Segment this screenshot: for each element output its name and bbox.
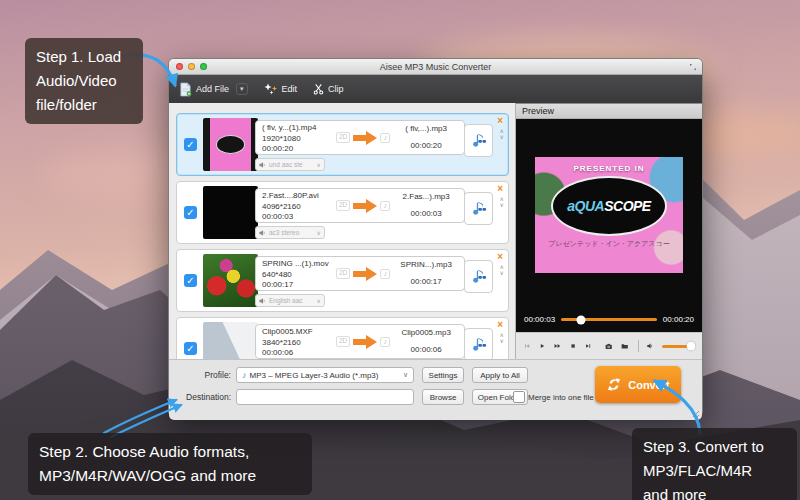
settings-button[interactable]: Settings [422, 367, 464, 383]
reorder-buttons[interactable]: ∧ ∨ [500, 196, 504, 208]
audio-track-select[interactable]: ac3 stereo ∨ [255, 226, 325, 239]
current-time: 00:00:03 [524, 315, 555, 324]
stop-button[interactable] [570, 341, 576, 351]
convert-button[interactable]: Convert [595, 366, 681, 403]
play-button[interactable] [539, 341, 545, 351]
apply-to-all-button[interactable]: Apply to All [472, 367, 528, 383]
edit-button[interactable]: Edit [264, 83, 298, 95]
output-duration: 00:00:06 [390, 345, 462, 354]
music-3d-icon [470, 132, 487, 149]
add-file-button[interactable]: Add File ▾ [179, 82, 248, 97]
effect-button[interactable] [464, 124, 493, 157]
snapshot-camera-button[interactable] [605, 341, 612, 352]
source-resolution: 1920*1080 [262, 134, 336, 145]
file-row[interactable]: ✓ SPRING ...(1).mov 640*480 00:00:17 2D … [176, 249, 509, 312]
playback-progress: 00:00:03 00:00:20 [524, 315, 694, 324]
source-duration: 00:00:17 [262, 280, 336, 291]
speaker-icon [259, 297, 267, 305]
video-frame: PRESENTED IN aQUASCOPE プレゼンテッド・イン・アクアスコー [535, 157, 683, 273]
seek-bar[interactable] [561, 318, 657, 321]
reorder-buttons[interactable]: ∧ ∨ [500, 128, 504, 140]
step3-line: MP3/FLAC/M4R [643, 459, 786, 483]
file-info: SPRING ...(1).mov 640*480 00:00:17 2D ♪ … [255, 256, 465, 291]
volume-knob[interactable] [687, 342, 696, 351]
effect-button[interactable] [464, 328, 493, 359]
remove-file-button[interactable]: × [497, 320, 503, 330]
music-3d-icon [470, 336, 487, 353]
output-filename: Clip0005.mp3 [390, 328, 462, 337]
remove-file-button[interactable]: × [497, 252, 503, 262]
previous-button[interactable] [524, 341, 530, 351]
remove-file-button[interactable]: × [497, 116, 503, 126]
file-checkbox[interactable]: ✓ [184, 138, 197, 151]
logo-text-scope: SCOPE [604, 198, 651, 214]
effect-button[interactable] [464, 260, 493, 293]
volume-slider[interactable] [662, 345, 694, 348]
scissors-icon [313, 83, 324, 95]
file-checkbox[interactable]: ✓ [184, 274, 197, 287]
window-resize-grip[interactable] [690, 408, 699, 417]
music-note-badge: ♪ [380, 133, 390, 143]
preview-panel: Preview PRESENTED IN aQUASCOPE プレゼンテッド・イ… [516, 103, 702, 359]
move-down-icon[interactable]: ∨ [500, 134, 504, 140]
move-down-icon[interactable]: ∨ [500, 270, 504, 276]
file-row[interactable]: ✓ ( flv, y...(1).mp4 1920*1080 00:00:20 … [176, 113, 509, 176]
file-row[interactable]: ✓ 2.Fast....80P.avi 4096*2160 00:00:03 2… [176, 181, 509, 244]
audio-track-label: ac3 stereo [269, 229, 299, 236]
seek-knob[interactable] [577, 315, 586, 324]
video-preview[interactable]: PRESENTED IN aQUASCOPE プレゼンテッド・イン・アクアスコー… [516, 119, 702, 332]
merge-label: Merge into one file [528, 393, 594, 402]
convert-arrow-icon [353, 335, 377, 349]
move-down-icon[interactable]: ∨ [500, 202, 504, 208]
source-duration: 00:00:03 [262, 212, 336, 223]
speaker-icon [259, 229, 267, 237]
move-down-icon[interactable]: ∨ [500, 338, 504, 344]
merge-option[interactable]: Merge into one file [513, 391, 594, 403]
toolbar: Add File ▾ Edit Clip [169, 75, 702, 103]
speaker-icon [259, 161, 267, 169]
resize-icon[interactable] [689, 63, 697, 71]
file-checkbox[interactable]: ✓ [184, 206, 197, 219]
add-file-label: Add File [196, 84, 229, 94]
merge-checkbox[interactable] [513, 391, 525, 403]
window-title: Aisee MP3 Music Converter [169, 62, 702, 72]
browse-button[interactable]: Browse [422, 389, 464, 405]
add-file-dropdown-button[interactable]: ▾ [236, 83, 248, 95]
2d-badge: 2D [336, 268, 350, 279]
profile-value: MP3 – MPEG Layer-3 Audio (*.mp3) [250, 371, 379, 380]
file-checkbox[interactable]: ✓ [184, 342, 197, 355]
music-note-badge: ♪ [380, 201, 390, 211]
music-3d-icon [470, 268, 487, 285]
destination-label: Destination: [169, 392, 231, 402]
destination-input[interactable] [236, 389, 414, 405]
reorder-buttons[interactable]: ∧ ∨ [500, 264, 504, 276]
step1-line: file/folder [36, 93, 132, 117]
output-duration: 00:00:17 [390, 277, 462, 286]
titlebar[interactable]: Aisee MP3 Music Converter [169, 59, 702, 75]
source-duration: 00:00:06 [262, 348, 336, 359]
aquascope-logo: aQUASCOPE [551, 176, 667, 236]
file-row[interactable]: ✓ Clip0005.MXF 3840*2160 00:00:06 2D ♪ C… [176, 317, 509, 359]
profile-select[interactable]: ♪ MP3 – MPEG Layer-3 Audio (*.mp3) ∨ [236, 367, 414, 383]
reorder-buttons[interactable]: ∧ ∨ [500, 332, 504, 344]
audio-track-label: und aac ste [269, 161, 303, 168]
video-thumbnail [203, 254, 258, 307]
2d-badge: 2D [336, 336, 350, 347]
step1-line: Audio/Video [36, 69, 132, 93]
audio-track-select[interactable]: und aac ste ∨ [255, 158, 325, 171]
remove-file-button[interactable]: × [497, 184, 503, 194]
volume-icon[interactable] [647, 341, 653, 351]
audio-track-select[interactable]: English aac ∨ [255, 294, 325, 307]
convert-arrow-icon [353, 131, 377, 145]
file-list[interactable]: ✓ ( flv, y...(1).mp4 1920*1080 00:00:20 … [169, 103, 516, 359]
source-resolution: 4096*2160 [262, 202, 336, 213]
step2-callout: Step 2. Choose Audio formats, MP3/M4R/WA… [28, 433, 312, 495]
fast-forward-button[interactable] [554, 341, 561, 351]
clip-button[interactable]: Clip [313, 83, 344, 95]
open-snapshot-folder-button[interactable] [621, 341, 628, 351]
step2-line: Step 2. Choose Audio formats, [39, 440, 301, 464]
effect-button[interactable] [464, 192, 493, 225]
convert-label: Convert [628, 379, 670, 391]
2d-badge: 2D [336, 132, 350, 143]
next-button[interactable] [585, 341, 591, 351]
